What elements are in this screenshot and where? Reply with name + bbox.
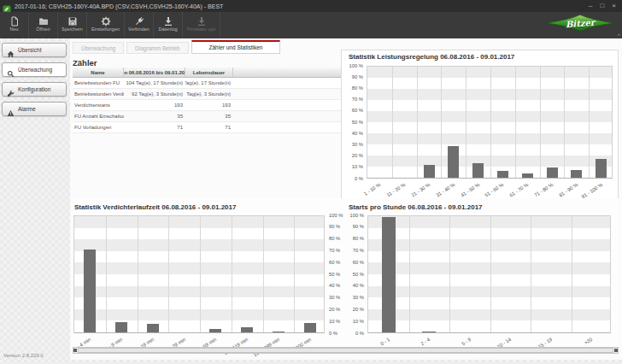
- home-icon: [7, 46, 15, 54]
- bitzer-logo: Bitzer: [545, 14, 615, 37]
- sidebar-item-konfiguration[interactable]: Konfiguration: [2, 82, 67, 97]
- bar: [596, 159, 607, 178]
- bar: [547, 167, 558, 178]
- gridline: [409, 216, 410, 332]
- new-document-icon: [9, 15, 20, 25]
- bar: [209, 329, 221, 332]
- app-icon: [3, 2, 11, 10]
- connect-plug-icon: [134, 15, 144, 25]
- warning-icon: [7, 105, 15, 113]
- gridline: [589, 67, 590, 178]
- sidebar-item-label: Konfiguration: [18, 86, 50, 92]
- toolbar-button-label: Neu: [9, 26, 18, 32]
- bar: [382, 217, 396, 332]
- y-axis-tick-label: 0 %: [329, 331, 337, 336]
- bar: [147, 324, 159, 332]
- maximize-button[interactable]: □: [600, 2, 604, 10]
- gridline: [232, 216, 232, 332]
- gridline: [138, 216, 138, 332]
- sidebar-item--bersicht[interactable]: Übersicht: [2, 43, 67, 57]
- gridline: [466, 67, 466, 178]
- table-cell: FU Anzahl Einschaltungen: [73, 111, 124, 121]
- y-axis-tick-label: 100 %: [343, 63, 363, 68]
- toolbar-button-firmware-updaten: Firmware updaten: [183, 12, 220, 38]
- search-icon: [7, 66, 15, 73]
- chart-starts-pro-stunde: Starts pro Stunde 06.08.2016 - 09.01.201…: [347, 200, 619, 347]
- download-icon: [163, 15, 173, 25]
- main-area: ÜbersichtÜberwachungKonfigurationAlarme …: [0, 38, 622, 364]
- bar: [115, 322, 127, 332]
- titlebar: 2017-01-16; CSVH25-160Y-40A.BPD (CSV,CSV…: [0, 0, 622, 12]
- chart-title: Starts pro Stunde 06.08.2016 - 09.01.201…: [349, 203, 483, 211]
- y-axis-tick-label: 40 %: [343, 283, 364, 288]
- gridline: [392, 67, 393, 178]
- scroll-right-arrow-icon[interactable]: [614, 349, 618, 352]
- toolbar-button--ffnen[interactable]: Öffnen: [29, 12, 58, 38]
- gridline: [490, 67, 491, 178]
- close-button[interactable]: ×: [612, 2, 616, 10]
- toolbar-button-label: Datenlog: [158, 26, 177, 32]
- tab-bar: ÜberwachungDiagramm BetriebZähler und St…: [73, 40, 280, 54]
- y-axis-tick-label: 10 %: [343, 164, 363, 169]
- minimize-button[interactable]: –: [589, 2, 592, 10]
- y-axis-tick-label: 100 %: [343, 213, 364, 218]
- column-header: Von 06.08.2016 bis 09.01.2017: [124, 68, 185, 78]
- bar: [422, 332, 436, 332]
- y-axis-tick-label: 50 %: [329, 272, 340, 277]
- sidebar-item--berwachung[interactable]: Überwachung: [2, 62, 67, 77]
- toolbar-button-label: Speichern: [62, 26, 83, 32]
- chart-title: Statistik Leistungsregelung 06.08.2016 -…: [349, 53, 514, 61]
- bar: [522, 173, 533, 178]
- table-cell: 193: [124, 100, 185, 110]
- y-axis-tick-label: 60 %: [343, 260, 364, 265]
- y-axis-tick-label: 30 %: [343, 142, 363, 147]
- wrench-icon: [7, 85, 15, 93]
- version-label: Version 2.8.229.0: [3, 353, 44, 358]
- gridline: [441, 67, 442, 178]
- y-axis-tick-label: 20 %: [343, 307, 364, 312]
- table-cell: 71: [185, 122, 233, 132]
- column-header: Lebensdauer: [185, 68, 233, 78]
- tab-z-hler-und-statistiken[interactable]: Zähler und Statistiken: [191, 40, 281, 54]
- toolbar-button-einstellungen[interactable]: Einstellungen: [87, 12, 125, 38]
- scroll-left-arrow-icon[interactable]: [73, 349, 77, 352]
- y-axis-tick-label: 10 %: [343, 319, 364, 324]
- tab--berwachung[interactable]: Überwachung: [73, 42, 124, 54]
- gear-icon: [101, 15, 111, 25]
- chart-verdichterlaufzeit: Statistik Verdichterlaufzeit 06.08.2016 …: [73, 200, 346, 347]
- tab-diagramm-betrieb[interactable]: Diagramm Betrieb: [126, 42, 188, 54]
- y-axis-tick-label: 40 %: [343, 131, 363, 136]
- y-axis-tick-label: 90 %: [329, 224, 340, 229]
- gridline: [263, 216, 264, 332]
- toolbar: NeuÖffnenSpeichernEinstellungenVerbinden…: [0, 12, 622, 38]
- table-cell: 104 Tag(e), 17 Stunde(n): [124, 78, 185, 88]
- bar: [273, 332, 285, 332]
- y-axis-tick-label: 100 %: [329, 213, 343, 218]
- gridline: [540, 67, 541, 178]
- sidebar-item-label: Übersicht: [18, 47, 41, 53]
- toolbar-button-verbinden[interactable]: Verbinden: [125, 12, 154, 38]
- gridline: [572, 216, 572, 332]
- y-axis-tick-label: 60 %: [329, 260, 340, 265]
- toolbar-button-datenlog[interactable]: Datenlog: [154, 12, 183, 38]
- table-cell: Betriebsstunden Verdichter: [73, 89, 124, 99]
- firmware-download-icon: [197, 15, 207, 25]
- gridline: [168, 216, 169, 332]
- horizontal-scrollbar[interactable]: [73, 347, 619, 354]
- bar: [304, 323, 316, 332]
- toolbar-button-speichern[interactable]: Speichern: [58, 12, 87, 38]
- y-axis-tick-label: 50 %: [343, 120, 363, 125]
- gridline: [106, 216, 107, 332]
- collapse-ribbon-icon[interactable]: ^: [618, 32, 620, 38]
- toolbar-button-label: Einstellungen: [91, 26, 120, 32]
- y-axis-tick-label: 30 %: [343, 295, 364, 300]
- sidebar-item-label: Alarme: [18, 106, 36, 112]
- toolbar-button-neu[interactable]: Neu: [0, 12, 29, 38]
- sidebar-item-alarme[interactable]: Alarme: [2, 102, 67, 116]
- scrollbar-thumb[interactable]: [78, 348, 613, 353]
- bar: [497, 171, 508, 178]
- y-axis-tick-label: 90 %: [343, 224, 364, 229]
- bar: [241, 327, 253, 332]
- toolbar-button-label: Öffnen: [36, 26, 50, 32]
- table-cell: 92 Tag(e), 3 Stunde(n): [185, 89, 233, 99]
